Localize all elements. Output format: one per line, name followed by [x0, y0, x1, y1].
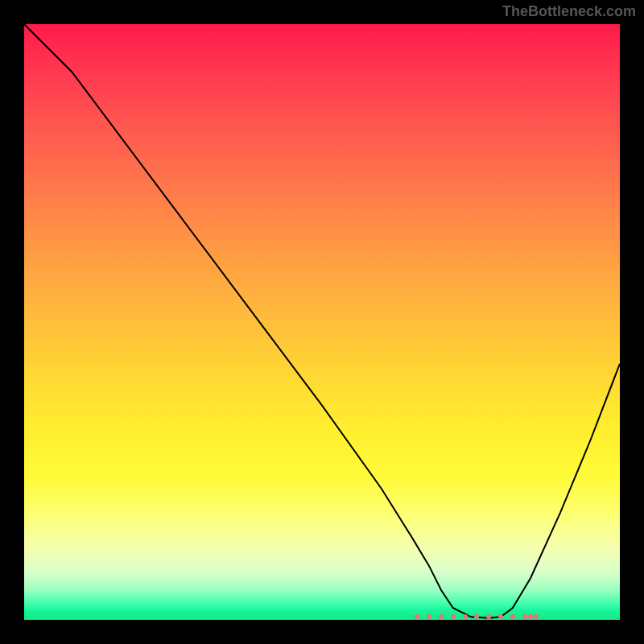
trough-dot: [522, 614, 527, 619]
chart-container: [24, 24, 620, 620]
watermark-text: TheBottleneck.com: [502, 3, 636, 20]
curve-line: [24, 24, 620, 620]
trough-dot: [463, 614, 468, 619]
